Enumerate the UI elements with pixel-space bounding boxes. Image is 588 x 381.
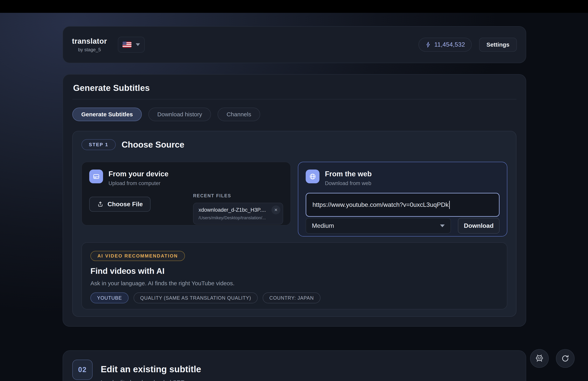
chevron-down-icon [136,43,140,46]
tab-bar: Generate Subtitles Download history Chan… [72,108,516,121]
tab-label: Channels [227,111,251,118]
app-identity: translator by stage_5 [72,37,107,52]
edit-subtitle-card: 02 Edit an existing subtitle Load edited… [63,350,526,381]
step1-panel: STEP 1 Choose Source [72,131,516,317]
tab-download-history[interactable]: Download history [148,108,211,121]
download-label: Download [464,222,494,229]
chip-country[interactable]: COUNTRY: JAPAN [263,292,320,303]
generate-subtitles-card: Generate Subtitles Generate Subtitles Do… [63,74,526,327]
step2-number-badge: 02 [72,360,93,380]
step1-badge: STEP 1 [82,139,116,150]
step2-header: 02 Edit an existing subtitle Load edited… [72,360,516,381]
web-card-header: From the web Download from web [306,170,500,186]
app-title: translator [72,37,107,45]
step1-title: Choose Source [122,140,184,150]
recent-files-label: RECENT FILES [193,193,283,198]
ai-recommendation-panel[interactable]: AI VIDEO RECOMMENDATION Find videos with… [82,242,507,309]
recent-file-chip[interactable]: xdownloader_d-Z1bc_H3P.... /Users/mikey/… [193,203,283,225]
chip-label: COUNTRY: JAPAN [269,295,314,301]
download-button[interactable]: Download [458,218,500,234]
page-title: Generate Subtitles [73,83,516,93]
lightning-icon [425,41,431,48]
globe-icon [306,170,319,183]
url-value: https://www.youtube.com/watch?v=0uxcL3uq… [313,201,449,208]
source-options-row: From your device Upload from computer Ch… [82,162,507,237]
chip-label: YOUTUBE [97,295,122,301]
web-card-titles: From the web Download from web [325,170,372,186]
ai-title: Find videos with AI [90,267,498,276]
refresh-icon [561,354,569,363]
web-card-subtitle: Download from web [325,180,372,186]
header-actions: 11,454,532 Settings [419,38,517,52]
chevron-down-icon [440,225,445,227]
language-selector[interactable] [118,37,145,53]
device-card-body: Choose File RECENT FILES xdownloader_d-Z… [89,193,283,225]
step1-header: STEP 1 Choose Source [82,139,507,150]
ai-recommendation-badge: AI VIDEO RECOMMENDATION [90,251,185,261]
web-card-title: From the web [325,170,372,178]
device-card-titles: From your device Upload from computer [108,170,168,186]
ai-chips-row: YOUTUBE QUALITY (SAME AS TRANSLATION QUA… [90,292,498,303]
video-url-input[interactable]: https://www.youtube.com/watch?v=0uxcL3uq… [306,193,500,217]
divider [72,99,516,99]
refresh-button[interactable] [556,349,575,368]
tab-generate-subtitles[interactable]: Generate Subtitles [72,108,142,121]
ai-description: Ask in your language. AI finds the right… [90,280,498,287]
device-card-header: From your device Upload from computer [89,170,283,186]
text-caret [449,201,450,209]
from-device-card[interactable]: From your device Upload from computer Ch… [82,162,291,226]
recent-files: RECENT FILES xdownloader_d-Z1bc_H3P.... … [193,193,283,225]
close-icon: × [274,207,277,213]
tab-label: Generate Subtitles [81,111,133,118]
top-black-bar [0,0,588,13]
app-background: translator by stage_5 [0,0,588,381]
header-card: translator by stage_5 [63,26,526,63]
app-subtitle: by stage_5 [78,47,101,52]
chip-label: QUALITY (SAME AS TRANSLATION QUALITY) [140,295,251,301]
file-name: xdownloader_d-Z1bc_H3P.... [199,207,269,213]
web-card-actions: Medium Download [306,218,500,234]
device-card-title: From your device [108,170,168,178]
from-web-card[interactable]: From the web Download from web https://w… [298,162,507,237]
us-flag-icon [123,41,131,48]
chip-youtube[interactable]: YOUTUBE [90,292,128,303]
quality-selected-value: Medium [312,222,334,229]
step2-subtitle: Load edited or downloaded SRT [101,379,201,381]
settings-button[interactable]: Settings [479,38,517,52]
device-card-subtitle: Upload from computer [108,180,168,186]
upload-icon [97,201,104,208]
credits-value: 11,454,532 [434,41,465,48]
step2-titles: Edit an existing subtitle Load edited or… [101,360,201,381]
debug-button[interactable] [530,349,549,368]
chip-quality[interactable]: QUALITY (SAME AS TRANSLATION QUALITY) [134,292,258,303]
choose-file-button[interactable]: Choose File [89,197,150,212]
step2-title: Edit an existing subtitle [101,364,201,374]
hard-drive-icon [89,170,103,183]
file-path: /Users/mikey/Desktop/translation/... [199,215,273,220]
choose-file-label: Choose File [107,201,143,208]
quality-select[interactable]: Medium [306,218,451,234]
bug-icon [535,354,544,363]
tab-label: Download history [157,111,202,118]
remove-file-button[interactable]: × [272,206,280,214]
settings-label: Settings [486,41,509,48]
tab-channels[interactable]: Channels [218,108,260,121]
credits-counter[interactable]: 11,454,532 [419,38,472,52]
